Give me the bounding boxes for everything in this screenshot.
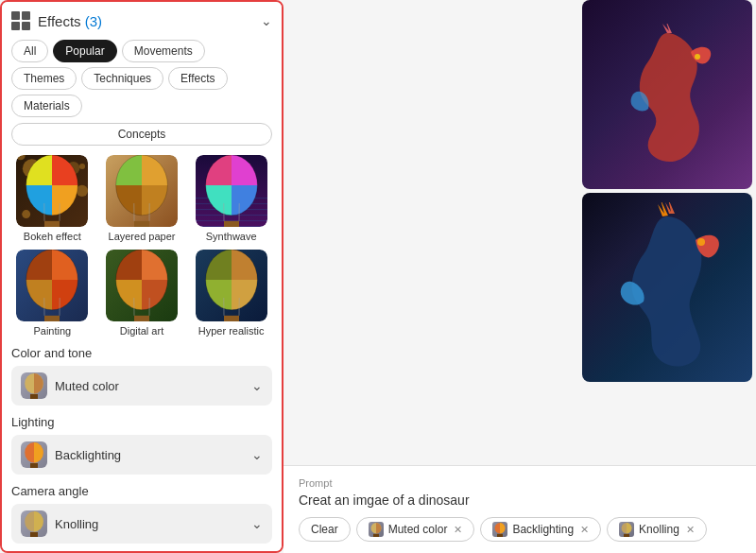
- camera-angle-label: Camera angle: [11, 484, 272, 498]
- panel-collapse-button[interactable]: ⌄: [261, 13, 272, 28]
- filter-effects[interactable]: Effects: [168, 67, 227, 90]
- lighting-value: Backlighting: [55, 448, 121, 462]
- panel-header-left: Effects (3): [11, 11, 102, 30]
- knolling-tag-label: Knolling: [639, 523, 679, 536]
- prompt-tags: Clear Muted color ✕ Backlighting ✕ Kno: [299, 517, 741, 542]
- prompt-box: Prompt Creat an imgae of a dinosaur Clea…: [284, 465, 756, 553]
- effect-label-hyper-realistic: Hyper realistic: [198, 325, 265, 337]
- camera-angle-value: Knolling: [55, 517, 98, 531]
- effects-grid: Bokeh effect Layered paper Synthwave Pai…: [11, 155, 272, 337]
- muted-color-tag-label: Muted color: [388, 523, 448, 536]
- muted-color-icon: [21, 372, 47, 399]
- camera-angle-left: Knolling: [21, 510, 98, 537]
- lighting-left: Backlighting: [21, 441, 121, 468]
- dino-overlay-bottom: [582, 193, 752, 382]
- filter-buttons-row: All Popular Movements Themes Techniques …: [11, 40, 272, 117]
- prompt-label: Prompt: [299, 477, 741, 489]
- effect-label-layered-paper: Layered paper: [109, 231, 176, 242]
- camera-angle-dropdown[interactable]: Knolling ⌄: [11, 504, 272, 544]
- filter-popular[interactable]: Popular: [53, 40, 116, 62]
- effect-bokeh[interactable]: Bokeh effect: [11, 155, 94, 242]
- backlighting-tag-remove-icon[interactable]: ✕: [580, 524, 589, 536]
- knolling-tag-remove-icon[interactable]: ✕: [686, 524, 695, 536]
- effects-panel: Effects (3) ⌄ All Popular Movements Them…: [0, 0, 284, 553]
- effect-painting[interactable]: Painting: [11, 250, 94, 337]
- generated-image-bottom: [582, 193, 752, 382]
- backlighting-tag-label: Backlighting: [512, 523, 574, 536]
- muted-color-tag[interactable]: Muted color ✕: [356, 517, 475, 542]
- grid-icon: [11, 11, 30, 30]
- svg-point-1: [697, 238, 705, 246]
- knolling-tag-icon: [619, 522, 634, 537]
- filter-all[interactable]: All: [11, 40, 48, 62]
- clear-button[interactable]: Clear: [299, 517, 351, 542]
- right-area: Prompt Creat an imgae of a dinosaur Clea…: [284, 0, 756, 553]
- effect-label-digital-art: Digital art: [120, 325, 163, 337]
- muted-color-tag-remove-icon[interactable]: ✕: [454, 524, 462, 536]
- color-tone-value: Muted color: [55, 379, 119, 393]
- filter-materials[interactable]: Materials: [11, 95, 82, 117]
- camera-angle-chevron-icon: ⌄: [251, 516, 263, 531]
- color-tone-chevron-icon: ⌄: [251, 378, 263, 393]
- panel-title: Effects (3): [38, 13, 102, 29]
- filter-themes[interactable]: Themes: [11, 67, 77, 90]
- dino-overlay-top: [582, 0, 752, 189]
- prompt-text: Creat an imgae of a dinosaur: [299, 493, 741, 508]
- color-tone-dropdown[interactable]: Muted color ⌄: [11, 366, 272, 406]
- effect-hyper-realistic[interactable]: Hyper realistic: [190, 250, 272, 337]
- filter-movements[interactable]: Movements: [122, 40, 205, 62]
- effect-label-bokeh: Bokeh effect: [24, 231, 81, 242]
- knolling-icon: [21, 510, 47, 537]
- filter-concepts[interactable]: Concepts: [11, 123, 272, 146]
- effect-synthwave[interactable]: Synthwave: [190, 155, 272, 242]
- color-tone-left: Muted color: [21, 372, 119, 399]
- muted-color-tag-icon: [369, 522, 384, 537]
- lighting-label: Lighting: [11, 415, 272, 429]
- panel-header: Effects (3) ⌄: [11, 11, 272, 30]
- effect-layered-paper[interactable]: Layered paper: [101, 155, 183, 242]
- backlighting-tag-icon: [492, 522, 507, 537]
- backlighting-icon: [21, 441, 47, 468]
- lighting-chevron-icon: ⌄: [251, 447, 263, 462]
- svg-point-0: [695, 54, 700, 60]
- effect-label-synthwave: Synthwave: [206, 231, 257, 242]
- lighting-dropdown[interactable]: Backlighting ⌄: [11, 435, 272, 475]
- backlighting-tag[interactable]: Backlighting ✕: [480, 517, 601, 542]
- generated-image-top: [582, 0, 752, 189]
- effect-label-painting: Painting: [33, 325, 71, 337]
- color-tone-label: Color and tone: [11, 346, 272, 360]
- filter-techniques[interactable]: Techniques: [81, 67, 163, 90]
- effects-count: (3): [85, 13, 102, 29]
- effect-digital-art[interactable]: Digital art: [101, 250, 183, 337]
- knolling-tag[interactable]: Knolling ✕: [607, 517, 707, 542]
